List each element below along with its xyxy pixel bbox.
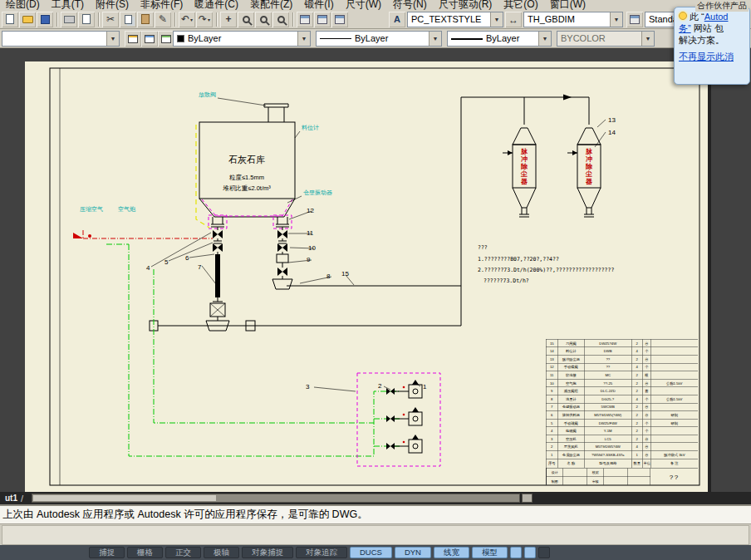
level-gauge-label: 料位计 [302, 125, 319, 130]
chevron-down-icon[interactable]: ▼ [106, 32, 119, 46]
menu-item[interactable]: 尺寸驱动(R) [433, 0, 498, 10]
lime-silo: 石灰石库 粒度≤1.5mm 堆积比重≤2.0t/m³ [196, 104, 295, 228]
silo-grain-note: 粒度≤1.5mm [228, 174, 264, 181]
match-properties-icon[interactable]: ✎ [155, 12, 171, 27]
status-toggle-on[interactable]: 线宽 [434, 547, 469, 558]
layout-tab-bar: ut1 / [0, 492, 751, 504]
menu-item[interactable]: 锻件(I) [298, 0, 339, 10]
make-layer-current-icon[interactable] [141, 31, 158, 47]
text-style-icon[interactable]: A [389, 12, 405, 27]
dim-style-combo[interactable]: TH_GBDIM ▼ [523, 12, 623, 27]
menu-item[interactable]: 装配件(Z) [244, 0, 298, 10]
chevron-down-icon[interactable]: ▼ [490, 12, 503, 27]
text-style-combo[interactable]: PC_TEXTSTYLE ▼ [407, 12, 503, 27]
copy-icon[interactable] [120, 12, 136, 27]
status-toggle-on[interactable]: 模型 [472, 547, 508, 558]
blower-unit-3 [386, 435, 422, 453]
dim-style-icon[interactable]: ↔ [505, 12, 522, 27]
titleblock-cell [628, 477, 650, 485]
dismiss-link[interactable]: 不再显示此消 [679, 51, 734, 62]
titleblock-cell: 审核 [587, 477, 604, 485]
callout-4: 4 [146, 264, 150, 272]
chevron-down-icon[interactable]: ▼ [538, 32, 551, 46]
status-toggle-off[interactable]: 捕捉 [89, 547, 125, 558]
svg-text:冲: 冲 [586, 155, 592, 163]
menu-item[interactable]: 工具(T) [46, 0, 90, 10]
chevron-down-icon: ▼ [641, 32, 654, 46]
callout-12: 12 [307, 207, 314, 214]
menu-item[interactable]: 符号(N) [387, 0, 433, 10]
chevron-down-icon[interactable]: ▼ [297, 32, 310, 46]
design-center-icon[interactable] [314, 12, 331, 27]
undo-icon[interactable]: ↶▾ [179, 12, 195, 27]
autodesk-link2[interactable]: 务” [679, 23, 691, 33]
status-toggle-off[interactable]: 栅格 [127, 547, 163, 558]
callout-15: 15 [341, 270, 349, 278]
bom-row: 14 料位计 DWB 4 个 [546, 347, 698, 356]
command-line-area: 上次由 Autodesk 应用程序或 Autodesk 许可的应用程序保存，是可… [0, 504, 751, 545]
note-2: 2.??????73.Dt/h(200%)??,????????????????… [478, 267, 614, 273]
paste-icon[interactable] [137, 12, 154, 27]
titleblock-cell: 校对 [587, 469, 604, 478]
cut-icon[interactable]: ✂ [102, 12, 119, 27]
layer-previous-icon[interactable] [158, 31, 174, 47]
zoom-realtime-icon[interactable] [238, 12, 254, 27]
command-input[interactable] [2, 525, 749, 545]
menu-item[interactable]: 暖通件(C) [189, 0, 244, 10]
status-toggle-off[interactable]: 对象捕捉 [242, 547, 293, 558]
menu-item[interactable]: 附件(S) [90, 0, 135, 10]
tab-layout1[interactable]: ut1 [2, 494, 21, 503]
titleblock-cell [604, 477, 628, 485]
zoom-previous-icon[interactable] [272, 12, 289, 27]
menu-item[interactable]: 非标件(F) [135, 0, 189, 10]
standard-toolbar: ✂ ✎ ↶▾ ↷▾ + A PC_TEXTSTYLE ▼ ↔ TH_GBDIM … [0, 10, 751, 29]
plot-preview-icon[interactable] [78, 12, 95, 27]
drawing-canvas[interactable]: 脉 冲 除 尘 器 脉 冲 除 尘 器 [0, 48, 751, 492]
autodesk-link[interactable]: Autod [704, 12, 729, 22]
status-toggle-off[interactable]: 对象追踪 [296, 547, 347, 558]
scrollbar-thumb[interactable] [33, 495, 216, 501]
menu-item[interactable]: 窗口(W) [544, 0, 591, 10]
partner-products-label[interactable]: 合作伙伴产品 [695, 0, 749, 12]
chevron-down-icon[interactable]: ▼ [610, 12, 622, 27]
tab-separator: / [21, 494, 23, 504]
status-toggle-off[interactable]: 正交 [165, 547, 201, 558]
save-icon[interactable] [37, 12, 53, 27]
menu-item[interactable]: 其它(O) [498, 0, 543, 10]
zoom-window-icon[interactable] [255, 12, 272, 27]
silo-name: 石灰石库 [228, 155, 265, 165]
callout-14: 14 [608, 129, 616, 136]
open-icon[interactable] [19, 12, 36, 27]
new-icon[interactable] [2, 12, 18, 27]
silo-density-note: 堆积比重≤2.0t/m³ [222, 184, 271, 192]
status-toggle-on[interactable]: DYN [395, 547, 431, 558]
tool-palettes-icon[interactable] [331, 12, 348, 27]
status-extra-button[interactable] [510, 547, 522, 558]
lineweight-combo[interactable]: ByLayer ▼ [447, 31, 552, 47]
layer-combo[interactable]: ▼ [2, 31, 120, 47]
scrollbar-end-button[interactable] [522, 494, 533, 503]
command-history: 上次由 Autodesk 应用程序或 Autodesk 许可的应用程序保存，是可… [0, 506, 751, 524]
table-style-icon[interactable] [626, 12, 643, 27]
layer-properties-icon[interactable] [125, 31, 141, 47]
bom-row: 5 手动球阀 DW25/P4W 2 个 研制 [546, 419, 698, 427]
linetype-combo[interactable]: ByLayer ▼ [316, 31, 442, 47]
color-combo[interactable]: ByLayer ▼ [173, 31, 311, 47]
status-extra-button[interactable] [538, 547, 550, 558]
horizontal-scrollbar[interactable] [32, 494, 520, 503]
status-toggle-off[interactable]: 极轴 [204, 547, 239, 558]
redo-icon[interactable]: ↷▾ [196, 12, 213, 27]
blower-unit-1 [386, 380, 422, 398]
bom-row: 1 仓顶除尘器 ?W594?-SSKB-437a 1 台 脉冲袋式 3kV [546, 451, 698, 459]
status-extra-button[interactable] [524, 547, 536, 558]
titleblock-cell [628, 469, 650, 478]
menu-item[interactable]: 绘图(D) [0, 0, 46, 10]
pan-icon[interactable]: + [220, 12, 237, 27]
properties-icon[interactable] [297, 12, 313, 27]
plot-icon[interactable] [61, 12, 77, 27]
titleblock-cell [604, 469, 628, 478]
chevron-down-icon[interactable]: ▼ [429, 32, 441, 46]
menu-item[interactable]: 尺寸(W) [340, 0, 387, 10]
status-toggle-on[interactable]: DUCS [350, 547, 392, 558]
svg-text:脉: 脉 [520, 148, 528, 155]
